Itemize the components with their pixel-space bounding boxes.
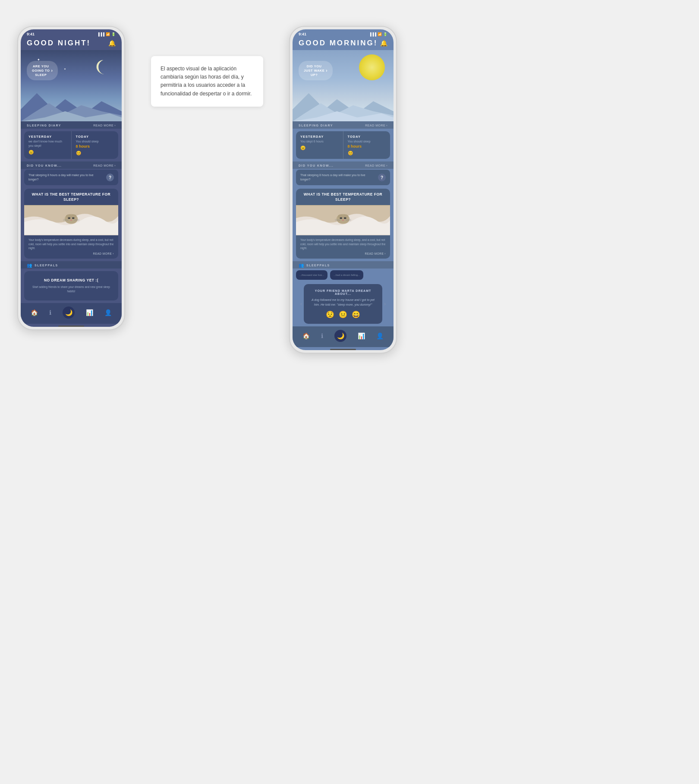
read-more-dyk-left[interactable]: READ MORE › xyxy=(93,164,116,167)
hero-right: DID YOU JUST WAKE UP? › xyxy=(293,50,394,121)
home-nav-icon-right[interactable]: 🏠 xyxy=(302,332,310,339)
moon-icon-left xyxy=(91,56,112,78)
svg-point-8 xyxy=(72,217,75,219)
did-you-know-text-right: That sleeping 8 hours a day will make yo… xyxy=(300,173,375,182)
pal-card-1: ...thousand star live... xyxy=(296,270,327,280)
wake-pill-line3: UP? xyxy=(304,73,324,77)
app-header-left: GOOD NIGHT! 🔔 xyxy=(21,37,122,50)
description-text-box: El aspecto visual de la aplicación cambi… xyxy=(151,56,263,107)
signal-icon-right: ▐▐▐ xyxy=(369,32,376,36)
sleeping-diary-header-left: SLEEPING DIARY READ MORE › xyxy=(21,121,122,129)
wake-pill-button[interactable]: DID YOU JUST WAKE UP? › xyxy=(299,61,333,80)
today-col-left: TODAY You should sleep 8 hours 😊 xyxy=(72,131,119,159)
status-icons-right: ▐▐▐ 📶 🔋 xyxy=(369,32,387,36)
sleep-pill-button[interactable]: ARE YOU GOING TO SLEEP › xyxy=(27,61,58,80)
chevron-right-article-icon-right: › xyxy=(384,252,386,255)
chevron-right-icon: › xyxy=(114,124,116,127)
did-you-know-card-left: That sleeping 8 hours a day will make yo… xyxy=(24,170,118,185)
today-emoji-left: 😊 xyxy=(76,151,114,155)
pal-card-2: ...had a dream falling... xyxy=(330,270,363,280)
description-text: El aspecto visual de la aplicación cambi… xyxy=(161,65,254,98)
yesterday-col-left: YESTERDAY we don't know how much you sle… xyxy=(24,131,72,159)
yesterday-label-right: YESTERDAY xyxy=(300,135,339,139)
wifi-icon-right: 📶 xyxy=(378,32,382,36)
info-nav-icon-left[interactable]: ℹ xyxy=(49,309,51,316)
article-body-left: Your body's temperature decreases during… xyxy=(24,238,118,250)
dream-friend-card: YOUR FRIEND MARTA DREAMT ABOUT... A dog … xyxy=(304,284,382,324)
stats-nav-icon-left[interactable]: 📊 xyxy=(86,309,93,316)
today-hours-right: 8 hours xyxy=(348,144,362,149)
hero-left: ✦ ✦ ARE YOU GOING TO SLEEP › xyxy=(21,50,122,121)
sleeppals-label-left: SLEEPPALS xyxy=(35,264,58,267)
dream-nav: ‹ YOUR FRIEND MARTA DREAMT ABOUT... A do… xyxy=(296,284,390,324)
wifi-icon-left: 📶 xyxy=(106,32,110,36)
yesterday-col-right: YESTERDAY You slept 6 hours 😐 xyxy=(296,131,343,159)
sleep-stats-left: YESTERDAY we don't know how much you sle… xyxy=(24,131,118,159)
battery-icon-right: 🔋 xyxy=(383,32,387,36)
sleeping-diary-label-right: SLEEPING DIARY xyxy=(299,124,333,127)
app-title-left: GOOD NIGHT! xyxy=(27,39,91,47)
sad-reaction-button[interactable]: 😟 xyxy=(326,310,334,319)
status-bar-left: 9:41 ▐▐▐ 📶 🔋 xyxy=(21,29,122,37)
read-more-diary-right[interactable]: READ MORE › xyxy=(365,124,387,127)
svg-point-23 xyxy=(342,219,344,221)
status-icons-left: ▐▐▐ 📶 🔋 xyxy=(97,32,116,36)
today-label-left: TODAY xyxy=(76,135,114,139)
chevron-right-diary-icon-right: › xyxy=(386,124,387,127)
moon-nav-button-right[interactable]: 🌙 xyxy=(334,330,346,342)
article-card-left: WHAT IS THE BEST TEMPERATURE FOR SLEEP? xyxy=(24,189,118,259)
info-nav-icon-right[interactable]: ℹ xyxy=(321,332,323,339)
article-read-more-left[interactable]: READ MORE › xyxy=(24,250,118,255)
did-you-know-card-right: That sleeping 8 hours a day will make yo… xyxy=(296,170,390,185)
neutral-reaction-button[interactable]: 😐 xyxy=(339,310,347,319)
happy-reaction-button[interactable]: 😄 xyxy=(352,310,360,319)
today-col-right: TODAY You should sleep 8 hours 😊 xyxy=(343,131,390,159)
svg-point-7 xyxy=(68,217,70,219)
article-card-right: WHAT IS THE BEST TEMPERATURE FOR SLEEP? xyxy=(296,189,390,259)
dream-next-arrow[interactable]: › xyxy=(384,301,386,307)
today-emoji-right: 😊 xyxy=(348,151,386,155)
sleep-pill-line2: GOING TO xyxy=(32,69,50,73)
article-image-right xyxy=(296,205,390,235)
profile-nav-icon-left[interactable]: 👤 xyxy=(104,309,112,316)
battery-icon-left: 🔋 xyxy=(111,32,116,36)
svg-point-22 xyxy=(344,217,346,219)
nav-bar-indicator-right xyxy=(330,349,356,350)
moon-nav-button-left[interactable]: 🌙 xyxy=(63,307,75,319)
mountains-right xyxy=(293,85,394,121)
read-more-diary-left[interactable]: READ MORE › xyxy=(93,124,116,127)
today-text-right: You should sleep 8 hours xyxy=(348,139,386,149)
right-phone-screen: 9:41 ▐▐▐ 📶 🔋 GOOD MORNING! 🔔 xyxy=(293,29,394,350)
article-body-right: Your body's temperature decreases during… xyxy=(296,238,390,250)
sleeppals-icon-left: 👥 xyxy=(27,263,32,268)
question-icon-right[interactable]: ? xyxy=(378,174,386,181)
sleep-stats-right: YESTERDAY You slept 6 hours 😐 TODAY You … xyxy=(296,131,390,159)
dream-card-container: ‹ YOUR FRIEND MARTA DREAMT ABOUT... A do… xyxy=(296,282,390,324)
sleep-pill-line1: ARE YOU xyxy=(32,64,50,69)
article-title-left: WHAT IS THE BEST TEMPERATURE FOR SLEEP? xyxy=(24,189,118,205)
question-icon-left[interactable]: ? xyxy=(106,174,114,181)
sleeppals-label-right: SLEEPPALS xyxy=(306,264,330,267)
chevron-right-dyk-icon: › xyxy=(114,164,116,167)
time-right: 9:41 xyxy=(299,32,306,36)
no-dream-title: NO DREAM SHARING YET :( xyxy=(28,278,114,282)
sleep-pill-arrow: › xyxy=(51,68,53,73)
article-read-more-right[interactable]: READ MORE › xyxy=(296,250,390,255)
read-more-dyk-right[interactable]: READ MORE › xyxy=(365,164,387,167)
bell-icon-left[interactable]: 🔔 xyxy=(108,40,116,47)
app-title-right: GOOD MORNING! xyxy=(299,39,378,47)
home-nav-icon-left[interactable]: 🏠 xyxy=(31,309,38,316)
dream-card-title: YOUR FRIEND MARTA DREAMT ABOUT... xyxy=(309,289,377,295)
no-dream-card: NO DREAM SHARING YET :( Start adding fri… xyxy=(24,271,118,300)
nav-bar-indicator-left xyxy=(58,326,84,327)
sleeppals-header-left: 👥 SLEEPPALS xyxy=(21,261,122,269)
article-title-right: WHAT IS THE BEST TEMPERATURE FOR SLEEP? xyxy=(296,189,390,205)
dream-prev-arrow[interactable]: ‹ xyxy=(300,301,302,307)
sleep-pill-line3: SLEEP xyxy=(32,73,50,77)
yesterday-emoji-right: 😐 xyxy=(300,145,339,150)
svg-point-21 xyxy=(340,217,342,219)
stats-nav-icon-right[interactable]: 📊 xyxy=(358,332,365,339)
bell-icon-right[interactable]: 🔔 xyxy=(380,40,387,47)
profile-nav-icon-right[interactable]: 👤 xyxy=(376,332,384,339)
yesterday-label-left: YESTERDAY xyxy=(28,135,67,139)
